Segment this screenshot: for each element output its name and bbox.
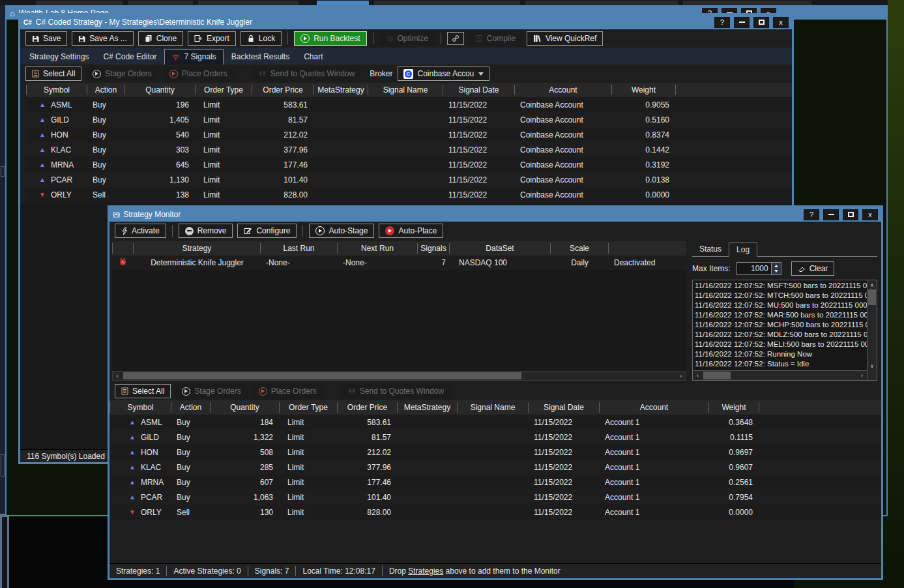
minimize-button[interactable] bbox=[734, 17, 750, 28]
column-header[interactable]: Next Run bbox=[338, 243, 418, 254]
broker-dropdown[interactable]: C Coinbase Accou bbox=[398, 66, 490, 81]
view-quickref-button[interactable]: View QuickRef bbox=[527, 31, 603, 46]
help-button[interactable]: ? bbox=[714, 17, 730, 28]
column-header[interactable]: Strategy bbox=[134, 243, 261, 254]
column-header[interactable]: Order Price bbox=[338, 402, 398, 413]
column-header[interactable]: Action bbox=[171, 402, 211, 413]
tab-chart[interactable]: Chart bbox=[297, 50, 329, 65]
activate-button[interactable]: Activate bbox=[115, 224, 166, 238]
table-row[interactable]: ▲ASML Buy 196 Limit 583.61 11/15/2022 Co… bbox=[26, 97, 792, 112]
auto-place-button[interactable]: Auto-Place bbox=[379, 224, 443, 238]
auto-stage-button[interactable]: Auto-Stage bbox=[309, 224, 374, 238]
monitor-titlebar[interactable]: ((•)) Strategy Monitor ? x bbox=[109, 207, 881, 222]
run-backtest-button[interactable]: Run Backtest bbox=[294, 31, 366, 46]
table-row[interactable]: ▲KLAC Buy 303 Limit 377.96 11/15/2022 Co… bbox=[26, 142, 792, 157]
table-row[interactable]: ▲GILD Buy 1,405 Limit 81.57 11/15/2022 C… bbox=[26, 112, 792, 127]
tab-log[interactable]: Log bbox=[729, 243, 757, 257]
tab-code-editor[interactable]: C# Code Editor bbox=[96, 50, 163, 65]
clear-button[interactable]: Clear bbox=[791, 261, 835, 276]
column-header[interactable]: Order Price bbox=[252, 85, 314, 95]
spinner-up-icon[interactable] bbox=[772, 263, 781, 269]
export-button[interactable]: Export bbox=[188, 31, 236, 46]
tab-backtest-results[interactable]: Backtest Results bbox=[225, 50, 296, 65]
table-row[interactable]: ▲MRNA Buy 607 Limit 177.46 11/15/2022 Ac… bbox=[109, 475, 881, 490]
maximize-button[interactable] bbox=[753, 17, 769, 28]
table-row[interactable]: ▲GILD Buy 1,322 Limit 81.57 11/15/2022 A… bbox=[109, 430, 881, 445]
column-header[interactable]: Signals bbox=[418, 243, 450, 254]
weight-cell: 0.5160 bbox=[612, 115, 676, 125]
column-header[interactable]: Action bbox=[87, 85, 125, 95]
scroll-left-icon[interactable]: ‹ bbox=[693, 371, 703, 380]
help-button[interactable]: ? bbox=[804, 209, 819, 220]
max-items-value[interactable]: 1000 bbox=[737, 263, 771, 274]
table-row[interactable]: ▲ASML Buy 184 Limit 583.61 11/15/2022 Ac… bbox=[109, 415, 881, 430]
tab-signals[interactable]: 7 Signals bbox=[164, 49, 223, 65]
maximize-button[interactable] bbox=[843, 209, 858, 220]
table-row[interactable]: ▲PCAR Buy 1,063 Limit 101.40 11/15/2022 … bbox=[109, 490, 881, 505]
column-header[interactable]: Weight bbox=[612, 85, 676, 95]
signal-date-cell: 11/15/2022 bbox=[443, 100, 515, 110]
scrollbar-thumb[interactable] bbox=[123, 372, 521, 379]
column-header[interactable]: Weight bbox=[709, 402, 759, 413]
tab-status[interactable]: Status bbox=[692, 243, 729, 256]
column-header[interactable]: MetaStrategy bbox=[314, 85, 368, 95]
scroll-up-icon[interactable]: ∧ bbox=[868, 280, 877, 289]
select-all-label: Select All bbox=[43, 69, 75, 78]
table-row[interactable]: ▼ORLY Sell 138 Limit 828.00 11/15/2022 C… bbox=[26, 187, 792, 202]
column-header[interactable]: Signal Name bbox=[458, 402, 529, 413]
send-to-quotes-label: Send to Quotes Window bbox=[360, 387, 444, 396]
scrollbar-thumb[interactable] bbox=[868, 289, 876, 305]
configure-button[interactable]: Configure bbox=[237, 224, 297, 238]
log-horizontal-scrollbar[interactable]: ‹ › bbox=[693, 370, 867, 380]
signal-date-cell: 11/15/2022 bbox=[529, 508, 600, 517]
scroll-right-icon[interactable]: › bbox=[857, 371, 867, 380]
select-all-button[interactable]: Select All bbox=[25, 66, 81, 81]
table-row[interactable]: ▼ORLY Sell 130 Limit 828.00 11/15/2022 A… bbox=[109, 505, 881, 520]
column-header[interactable]: Quantity bbox=[125, 85, 196, 95]
column-header[interactable]: Account bbox=[600, 402, 709, 413]
column-header[interactable]: Account bbox=[515, 85, 612, 95]
signal-date-cell: 11/15/2022 bbox=[529, 463, 600, 472]
column-header[interactable]: DataSet bbox=[450, 243, 551, 254]
spinner-down-icon[interactable] bbox=[772, 269, 781, 274]
log-vertical-scrollbar[interactable]: ∧ ∨ bbox=[867, 280, 877, 370]
code-titlebar[interactable]: C# C# Coded Strategy - My Strategies\Det… bbox=[20, 15, 792, 29]
column-header[interactable]: Order Type bbox=[196, 85, 252, 95]
clone-button[interactable]: Clone bbox=[138, 31, 183, 46]
column-header[interactable]: Symbol bbox=[26, 85, 87, 95]
log-entry: 11/16/2022 12:07:52: Status = Idle bbox=[695, 359, 865, 369]
lock-button[interactable]: Lock bbox=[241, 31, 282, 46]
weight-cell: 0.9697 bbox=[709, 448, 759, 457]
scroll-down-icon[interactable]: ∨ bbox=[868, 361, 877, 370]
scrollbar-thumb[interactable] bbox=[703, 372, 731, 379]
remove-button[interactable]: Remove bbox=[179, 224, 233, 238]
table-row[interactable]: ▲HON Buy 540 Limit 212.02 11/15/2022 Coi… bbox=[26, 127, 792, 142]
table-row[interactable]: ▲HON Buy 508 Limit 212.02 11/15/2022 Acc… bbox=[109, 445, 881, 460]
save-button[interactable]: Save bbox=[25, 31, 67, 46]
table-row[interactable]: ▲KLAC Buy 285 Limit 377.96 11/15/2022 Ac… bbox=[109, 460, 881, 475]
column-header[interactable]: Scale bbox=[551, 243, 609, 254]
column-header[interactable]: Symbol bbox=[109, 402, 171, 413]
column-header[interactable]: Signal Date bbox=[443, 85, 515, 95]
scroll-right-icon[interactable]: › bbox=[676, 372, 686, 380]
close-button[interactable]: x bbox=[862, 209, 878, 220]
strategy-row[interactable]: Deterministic Knife Juggler -None- -None… bbox=[112, 256, 686, 270]
strategy-horizontal-scrollbar[interactable]: ‹ › bbox=[112, 371, 686, 381]
column-header[interactable]: Signal Name bbox=[368, 85, 443, 95]
column-header[interactable]: Quantity bbox=[211, 402, 280, 413]
save-as-button[interactable]: Save As ... bbox=[72, 31, 133, 46]
table-row[interactable]: ▲PCAR Buy 1,130 Limit 101.40 11/15/2022 … bbox=[26, 172, 792, 187]
select-all-button[interactable]: Select All bbox=[115, 384, 171, 398]
run-icon bbox=[300, 34, 310, 43]
close-button[interactable]: x bbox=[773, 17, 789, 28]
scroll-left-icon[interactable]: ‹ bbox=[113, 372, 123, 380]
table-row[interactable]: ▲MRNA Buy 645 Limit 177.46 11/15/2022 Co… bbox=[26, 157, 792, 172]
column-header[interactable]: MetaStrategy bbox=[398, 402, 458, 413]
column-header[interactable]: Last Run bbox=[261, 243, 338, 254]
column-header[interactable]: Signal Date bbox=[529, 402, 600, 413]
column-header[interactable]: Order Type bbox=[280, 402, 338, 413]
tab-strategy-settings[interactable]: Strategy Settings bbox=[23, 50, 95, 65]
minimize-button[interactable] bbox=[823, 209, 839, 220]
max-items-input[interactable]: 1000 bbox=[736, 262, 781, 275]
link-button[interactable] bbox=[447, 32, 464, 45]
